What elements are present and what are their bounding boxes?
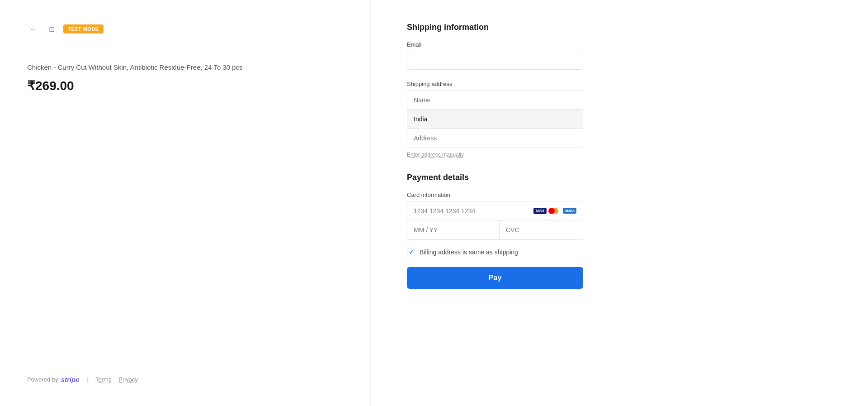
nav-bar: ← ⊡ TEST MODE (27, 23, 343, 35)
checkmark-icon: ✓ (409, 249, 414, 256)
billing-checkbox[interactable]: ✓ (407, 248, 415, 256)
right-panel: Shipping information Email Shipping addr… (371, 0, 868, 406)
card-icons: VISA AMEX (533, 207, 576, 215)
address-street-input[interactable] (407, 129, 583, 148)
email-section: Email (407, 41, 832, 70)
card-number-row: VISA AMEX (407, 201, 583, 220)
terms-link[interactable]: Terms (95, 376, 111, 383)
email-input[interactable] (407, 51, 583, 70)
address-group: India (407, 90, 583, 148)
cvc-input[interactable] (500, 220, 583, 239)
payment-section: Payment details Card information VISA AM… (407, 173, 832, 289)
stripe-logo: stripe (61, 376, 80, 383)
card-info-group: VISA AMEX (407, 201, 583, 240)
billing-checkbox-row: ✓ Billing address is same as shipping (407, 248, 583, 256)
powered-by-label: Powered by (27, 376, 58, 383)
address-country-select[interactable]: India (407, 110, 583, 129)
footer-divider: | (87, 376, 88, 383)
test-mode-badge: TEST MODE (63, 24, 104, 33)
card-bottom-row (407, 220, 583, 239)
card-info-label: Card information (407, 191, 832, 198)
product-price: ₹269.00 (27, 78, 343, 93)
privacy-link[interactable]: Privacy (118, 376, 138, 383)
back-button[interactable]: ← (27, 23, 40, 35)
email-label: Email (407, 41, 832, 48)
amex-icon: AMEX (563, 208, 576, 214)
visa-icon: VISA (533, 208, 547, 214)
product-name: Chicken - Curry Cut Without Skin, Antibi… (27, 62, 343, 73)
mastercard-icon (548, 207, 561, 215)
shipping-section: Shipping information Email Shipping addr… (407, 23, 832, 158)
pay-button[interactable]: Pay (407, 267, 583, 289)
billing-label: Billing address is same as shipping (420, 248, 518, 256)
shipping-section-title: Shipping information (407, 23, 832, 32)
left-panel: ← ⊡ TEST MODE Chicken - Curry Cut Withou… (0, 0, 371, 406)
shipping-address-label: Shipping address (407, 81, 832, 87)
shipping-address-section: Shipping address India Enter address man… (407, 81, 832, 158)
left-footer: Powered by stripe | Terms Privacy (27, 376, 343, 383)
address-name-input[interactable] (407, 91, 583, 110)
monitor-icon: ⊡ (45, 23, 58, 35)
enter-manually-link[interactable]: Enter address manually (407, 152, 464, 158)
card-number-input[interactable] (414, 207, 533, 215)
expiry-input[interactable] (407, 220, 500, 239)
payment-section-title: Payment details (407, 173, 832, 182)
